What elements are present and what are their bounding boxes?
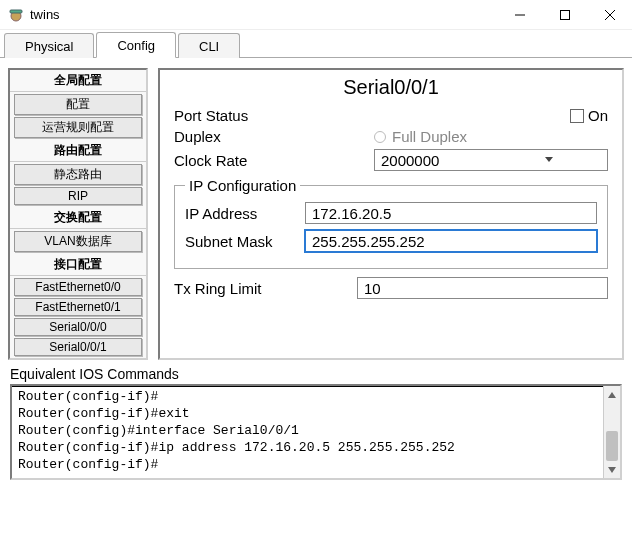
tx-ring-label: Tx Ring Limit [174, 280, 357, 297]
ip-config-legend: IP Configuration [185, 177, 300, 194]
sidebar-header-routing: 路由配置 [10, 140, 146, 162]
on-label: On [588, 107, 608, 124]
ip-address-label: IP Address [185, 205, 305, 222]
commands-heading: Equivalent IOS Commands [10, 366, 622, 382]
clock-rate-dropdown[interactable]: 2000000 [374, 149, 608, 171]
window-titlebar: twins [0, 0, 632, 30]
tab-config[interactable]: Config [96, 32, 176, 58]
maximize-button[interactable] [542, 0, 587, 29]
sidebar-item-algorithm[interactable]: 运营规则配置 [14, 117, 142, 138]
chevron-down-icon [491, 157, 607, 163]
clock-rate-row: Clock Rate 2000000 [174, 149, 608, 171]
scroll-down-icon[interactable] [604, 461, 620, 478]
scroll-up-icon[interactable] [604, 386, 620, 403]
close-button[interactable] [587, 0, 632, 29]
scroll-track[interactable] [604, 403, 620, 461]
sidebar-item-vlan[interactable]: VLAN数据库 [14, 231, 142, 252]
tx-ring-row: Tx Ring Limit [174, 277, 608, 299]
port-status-label: Port Status [174, 107, 304, 124]
subnet-mask-input[interactable] [305, 230, 597, 252]
tab-cli[interactable]: CLI [178, 33, 240, 58]
sidebar-header-interface: 接口配置 [10, 254, 146, 276]
sidebar-header-global: 全局配置 [10, 70, 146, 92]
sidebar-item-s000[interactable]: Serial0/0/0 [14, 318, 142, 336]
duplex-label: Duplex [174, 128, 304, 145]
tab-bar: Physical Config CLI [0, 30, 632, 58]
minimize-button[interactable] [497, 0, 542, 29]
sidebar-item-settings[interactable]: 配置 [14, 94, 142, 115]
sidebar-item-static[interactable]: 静态路由 [14, 164, 142, 185]
main-area: 全局配置 配置 运营规则配置 路由配置 静态路由 RIP 交换配置 VLAN数据… [0, 58, 632, 366]
sidebar-item-rip[interactable]: RIP [14, 187, 142, 205]
ip-address-row: IP Address [185, 202, 597, 224]
commands-scrollbar[interactable] [603, 386, 620, 478]
ip-config-group: IP Configuration IP Address Subnet Mask [174, 177, 608, 269]
commands-panel: Router(config-if)# Router(config-if)#exi… [10, 384, 622, 480]
router-icon [8, 7, 24, 23]
tab-physical[interactable]: Physical [4, 33, 94, 58]
panel-title: Serial0/0/1 [174, 76, 608, 99]
svg-rect-3 [560, 10, 569, 19]
scroll-thumb[interactable] [606, 431, 618, 461]
commands-output[interactable]: Router(config-if)# Router(config-if)#exi… [12, 386, 603, 478]
duplex-row: Duplex Full Duplex [174, 128, 608, 145]
config-panel: Serial0/0/1 Port Status On Duplex Full D… [158, 68, 624, 360]
ip-address-input[interactable] [305, 202, 597, 224]
subnet-mask-row: Subnet Mask [185, 230, 597, 252]
port-status-row: Port Status On [174, 107, 608, 124]
full-duplex-radio [374, 131, 386, 143]
sidebar-item-fe00[interactable]: FastEthernet0/0 [14, 278, 142, 296]
sidebar: 全局配置 配置 运营规则配置 路由配置 静态路由 RIP 交换配置 VLAN数据… [8, 68, 148, 360]
subnet-mask-label: Subnet Mask [185, 233, 305, 250]
clock-rate-value: 2000000 [375, 152, 491, 169]
window-title: twins [30, 7, 497, 22]
sidebar-item-fe01[interactable]: FastEthernet0/1 [14, 298, 142, 316]
full-duplex-label: Full Duplex [392, 128, 467, 145]
clock-rate-label: Clock Rate [174, 152, 374, 169]
svg-rect-1 [10, 10, 22, 13]
sidebar-item-s001[interactable]: Serial0/0/1 [14, 338, 142, 356]
tx-ring-input[interactable] [357, 277, 608, 299]
port-status-checkbox[interactable] [570, 109, 584, 123]
sidebar-header-switching: 交换配置 [10, 207, 146, 229]
